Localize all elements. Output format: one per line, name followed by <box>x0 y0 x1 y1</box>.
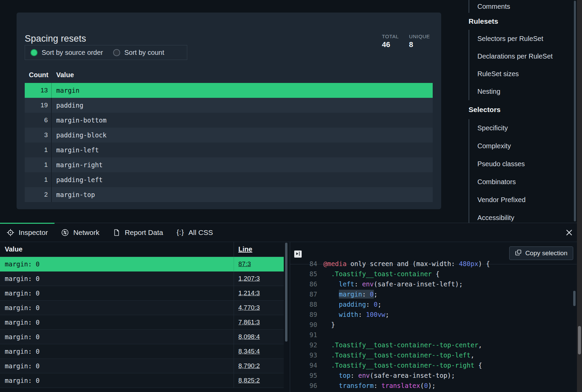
sidebar-item-combinators[interactable]: Combinators <box>469 173 570 191</box>
code-token: env <box>362 280 373 288</box>
inspector-row[interactable]: margin: 04,770:3 <box>0 301 284 315</box>
column-header-value: Value <box>0 242 234 257</box>
sort-option-label: Sort by source order <box>42 49 103 57</box>
tab-label: Network <box>73 228 99 237</box>
column-header-line[interactable]: Line <box>234 242 284 257</box>
code-panel: Copy selection 84@media only screen and … <box>290 242 577 392</box>
close-icon <box>566 229 573 237</box>
sidebar-item-selectors-per-ruleset[interactable]: Selectors per RuleSet <box>469 30 570 47</box>
line-number: 90 <box>290 320 317 330</box>
copy-selection-button[interactable]: Copy selection <box>509 246 573 260</box>
page-scrollbar[interactable] <box>577 0 582 392</box>
sidebar-scrollbar[interactable] <box>574 1 576 221</box>
sidebar-item-ruleset-sizes[interactable]: RuleSet sizes <box>469 65 570 83</box>
table-row[interactable]: 6margin-bottom <box>25 113 433 128</box>
inspector-row[interactable]: margin: 087:3 <box>0 257 284 271</box>
declaration-value: margin: 0 <box>0 271 234 286</box>
code-token: 100vw <box>366 311 385 318</box>
table-row[interactable]: 13margin <box>25 83 433 98</box>
line-link[interactable]: 1,207:3 <box>238 275 260 282</box>
inspector-row[interactable]: margin: 08,345:4 <box>0 344 284 359</box>
code-token: , <box>478 341 482 349</box>
inspector-row[interactable]: margin: 01,214:3 <box>0 286 284 301</box>
line-link[interactable]: 1,214:3 <box>238 289 260 297</box>
page-scrollbar-thumb[interactable] <box>578 326 581 354</box>
code-viewer[interactable]: 84@media only screen and (max-width: 480… <box>290 259 577 391</box>
code-token: , <box>471 351 474 359</box>
code-token: .Toastify__toast-container--top-center <box>331 341 478 349</box>
inspector-row[interactable]: margin: 01,207:3 <box>0 271 284 286</box>
sort-option-radio-1[interactable]: Sort by count <box>113 49 164 57</box>
code-line: 90 } <box>290 320 577 330</box>
crosshair-icon <box>7 229 14 236</box>
row-value: margin <box>52 83 80 98</box>
line-number: 89 <box>290 309 317 320</box>
sidebar-item-complexity[interactable]: Complexity <box>469 137 570 155</box>
code-token: translatex <box>382 382 420 389</box>
row-count: 3 <box>25 128 52 143</box>
code-token: { <box>432 270 439 278</box>
code-token: : <box>358 311 366 318</box>
line-number: 88 <box>290 299 317 309</box>
line-link[interactable]: 4,770:3 <box>238 304 260 311</box>
code-text: margin: 0; <box>317 289 378 299</box>
inspector-row[interactable]: margin: 07,861:3 <box>0 315 284 330</box>
transfer-arrows-icon <box>61 229 69 236</box>
expand-sidebar-button[interactable] <box>294 251 302 258</box>
sidebar-item-declarations-per-ruleset[interactable]: Declarations per RuleSet <box>469 47 570 65</box>
line-number: 87 <box>290 289 317 299</box>
table-row[interactable]: 3padding-block <box>25 128 433 143</box>
declaration-value: margin: 0 <box>0 257 234 271</box>
radio-unselected-icon[interactable] <box>113 49 120 56</box>
table-row[interactable]: 1margin-right <box>25 157 433 172</box>
sidebar-item-specificity[interactable]: Specificity <box>469 119 570 137</box>
code-token: ; <box>385 311 389 318</box>
tab-network[interactable]: Network <box>55 223 106 242</box>
sidebar-item-vendor-prefixed[interactable]: Vendor Prefixed <box>469 191 570 209</box>
inspector-scrollbar[interactable] <box>285 243 287 342</box>
tab-report-data[interactable]: Report Data <box>106 223 170 242</box>
tab-all-css[interactable]: {:}All CSS <box>170 223 220 242</box>
table-row[interactable]: 1padding-left <box>25 172 433 187</box>
code-token: .Toastify__toast-container--top-right <box>331 362 474 369</box>
line-link[interactable]: 8,825:2 <box>238 377 260 384</box>
table-row[interactable]: 1margin-left <box>25 143 433 157</box>
code-line: 93 .Toastify__toast-container--top-left, <box>290 350 577 360</box>
line-cell: 8,790:2 <box>234 359 284 373</box>
code-token: 0 <box>374 301 378 308</box>
sidebar-item-comments[interactable]: Comments <box>469 0 570 13</box>
radio-selected-icon[interactable] <box>30 49 38 56</box>
close-panel-button[interactable] <box>565 229 573 237</box>
sidebar-item-nesting[interactable]: Nesting <box>469 83 570 100</box>
table-row[interactable]: 19padding <box>25 98 433 113</box>
inspector-table-header: Value Line <box>0 242 284 257</box>
line-cell: 87:3 <box>234 257 284 271</box>
tab-inspector[interactable]: Inspector <box>0 223 55 242</box>
code-scrollbar[interactable] <box>573 291 576 306</box>
code-text: .Toastify__toast-container--top-right { <box>317 360 482 370</box>
line-link[interactable]: 7,861:3 <box>238 319 260 326</box>
code-token: width <box>339 311 358 318</box>
inspector-declarations-table: Value Line margin: 087:3margin: 01,207:3… <box>0 242 284 392</box>
sidebar-item-accessibility[interactable]: Accessibility <box>469 209 570 223</box>
highlighted-token: margin <box>339 290 362 298</box>
sort-options-group: Sort by source orderSort by count <box>25 45 187 60</box>
line-link[interactable]: 8,790:2 <box>238 362 260 370</box>
line-link[interactable]: 87:3 <box>238 260 251 268</box>
line-cell: 1,207:3 <box>234 271 284 286</box>
code-token: padding <box>339 301 366 308</box>
sort-option-selected-0[interactable]: Sort by source order <box>30 49 103 57</box>
document-icon <box>113 229 120 236</box>
code-line: 96 transform: translatex(0); <box>290 380 577 391</box>
sidebar-item-pseudo-classes[interactable]: Pseudo classes <box>469 155 570 173</box>
row-count: 6 <box>25 113 52 128</box>
code-token: ( <box>420 382 424 389</box>
line-link[interactable]: 8,098:4 <box>238 333 260 341</box>
inspector-row[interactable]: margin: 08,790:2 <box>0 359 284 373</box>
inspector-row[interactable]: margin: 08,825:2 <box>0 373 284 388</box>
line-link[interactable]: 8,345:4 <box>238 348 260 355</box>
declaration-value: margin: 0 <box>0 344 234 358</box>
row-count: 1 <box>25 143 52 157</box>
table-row[interactable]: 2margin-top <box>25 187 433 202</box>
inspector-row[interactable]: margin: 08,098:4 <box>0 330 284 344</box>
